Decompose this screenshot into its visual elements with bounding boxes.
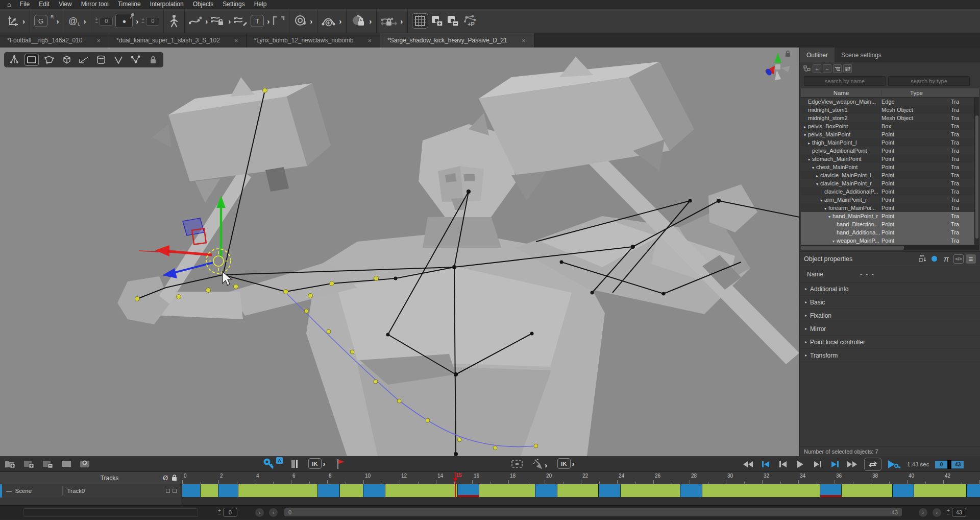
- track-mute-checkbox[interactable]: [166, 489, 170, 493]
- home-icon[interactable]: ⌂: [3, 1, 15, 8]
- lock-tracks-icon[interactable]: [172, 475, 177, 481]
- curves-edit-icon[interactable]: [234, 14, 248, 28]
- timeline-segment-green[interactable]: [914, 484, 967, 497]
- tree-expanded-icon[interactable]: ▾: [832, 239, 837, 244]
- tab-close-icon[interactable]: ×: [521, 37, 527, 44]
- add-point-graph-icon[interactable]: +P: [462, 14, 478, 28]
- timeline-segment-green[interactable]: [385, 484, 458, 497]
- 3d-viewport[interactable]: [0, 48, 799, 456]
- timeline-segment-green[interactable]: [557, 484, 599, 497]
- tolerance-value-right[interactable]: 0: [146, 17, 159, 26]
- go-to-end-button[interactable]: [829, 458, 841, 470]
- frame-stepper-left-value[interactable]: 0: [223, 508, 237, 517]
- menu-mirror-tool[interactable]: Mirror tool: [77, 1, 113, 8]
- outliner-row[interactable]: ▸clavicle_MainPoint_lPointTra: [801, 171, 979, 179]
- chevron-icon[interactable]: ›: [135, 17, 139, 26]
- document-tab[interactable]: *Football__rig5_146a2_010×: [0, 33, 109, 48]
- outliner-row[interactable]: midnight_stom1Mesh ObjectTra: [801, 106, 979, 114]
- frame-stepper-right[interactable]: +− 43: [947, 508, 966, 517]
- outliner-row[interactable]: ▸thigh_MainPoint_lPointTra: [801, 138, 979, 147]
- search-by-name-input[interactable]: [804, 76, 886, 86]
- view-orientation-gizmo[interactable]: [762, 51, 794, 83]
- add-track-icon[interactable]: [23, 458, 35, 470]
- tab-close-icon[interactable]: ×: [233, 37, 239, 44]
- chevron-icon[interactable]: ›: [338, 17, 342, 26]
- play-button[interactable]: [795, 458, 806, 470]
- lock-point-icon[interactable]: [351, 14, 366, 28]
- tree-expanded-icon[interactable]: ▾: [820, 198, 824, 203]
- code-view-icon[interactable]: </>: [953, 254, 964, 264]
- document-tab[interactable]: *dual_kama_super_1_slash_3_S_102×: [109, 33, 247, 48]
- chevron-icon[interactable]: ›: [205, 17, 208, 26]
- tree-expanded-icon[interactable]: ▾: [824, 206, 828, 211]
- hide-tracks-icon[interactable]: Ø: [163, 474, 168, 482]
- autokey-button[interactable]: A: [262, 457, 283, 470]
- section-fixation[interactable]: ▸Fixation: [800, 309, 980, 322]
- curves-lock-icon[interactable]: [211, 14, 225, 28]
- collapse-all-button[interactable]: −: [823, 64, 831, 73]
- selection-frame-icon[interactable]: [510, 459, 524, 471]
- chevron-icon[interactable]: ›: [56, 17, 60, 26]
- chevron-icon[interactable]: ›: [400, 17, 403, 26]
- interval-icon[interactable]: [61, 458, 72, 470]
- tab-outliner[interactable]: Outliner: [800, 48, 835, 62]
- outliner-row[interactable]: ▾forearm_MainPoi...PointTra: [801, 204, 979, 212]
- chevron-icon[interactable]: ›: [22, 17, 26, 26]
- chevron-icon[interactable]: ›: [266, 17, 270, 26]
- visibility-sphere-icon[interactable]: [929, 254, 939, 264]
- chevron-icon[interactable]: ›: [544, 461, 548, 469]
- timeline-segment-blue[interactable]: [820, 484, 842, 497]
- document-tab[interactable]: *Lynx_bomb_12_newclaws_nobomb×: [247, 33, 380, 48]
- ik-mode-button-2[interactable]: IK: [557, 458, 571, 469]
- outliner-row[interactable]: ▾stomach_MainPointPointTra: [801, 155, 979, 163]
- tree-expanded-icon[interactable]: ▾: [816, 182, 820, 186]
- ghost-grid-button[interactable]: [412, 13, 428, 29]
- outliner-row[interactable]: hand_Direction...PointTra: [801, 220, 979, 228]
- cube-tool[interactable]: [59, 54, 74, 66]
- interpolation-curve-icon[interactable]: [189, 14, 202, 28]
- scroll-right-button[interactable]: ›: [919, 508, 927, 517]
- cone-tool[interactable]: [111, 54, 126, 66]
- chevron-icon[interactable]: ›: [572, 459, 575, 468]
- column-type[interactable]: Type: [881, 90, 951, 96]
- tree-collapsed-icon[interactable]: ▸: [816, 174, 820, 178]
- timeline-segment-green[interactable]: [201, 484, 219, 497]
- timeline-segment-blue[interactable]: [535, 484, 557, 497]
- menu-view[interactable]: View: [54, 1, 77, 8]
- loop-toggle[interactable]: [864, 458, 881, 471]
- tolerance-stepper-right[interactable]: +− 0: [141, 17, 159, 26]
- playhead[interactable]: 15: [455, 472, 456, 498]
- section-mirror[interactable]: ▸Mirror: [800, 322, 980, 336]
- camera-rotate-icon[interactable]: [293, 14, 307, 28]
- timeline-segment-blue[interactable]: [967, 484, 980, 497]
- outliner-row[interactable]: midnight_stom2Mesh ObjectTra: [801, 114, 979, 122]
- tree-expanded-icon[interactable]: ▾: [812, 166, 816, 170]
- tree-collapsed-icon[interactable]: ▸: [804, 125, 808, 129]
- timeline-segment-green[interactable]: [621, 484, 680, 497]
- timeline-segment-blue[interactable]: [893, 484, 915, 497]
- expression-pi-icon[interactable]: π: [941, 254, 951, 264]
- tree-expanded-icon[interactable]: ▾: [808, 157, 812, 162]
- character-icon[interactable]: [168, 14, 180, 28]
- next-frame-button[interactable]: [812, 458, 823, 470]
- sync-selection-button[interactable]: [843, 64, 852, 73]
- snap-tool-icon[interactable]: [533, 458, 543, 471]
- go-to-start-button[interactable]: [760, 458, 771, 470]
- track-row-header[interactable]: — Scene Track0: [0, 484, 181, 498]
- pivot-spiral-icon[interactable]: @L: [68, 14, 81, 28]
- name-value[interactable]: - - -: [860, 271, 875, 278]
- transform-tool-icon[interactable]: [7, 14, 19, 28]
- timeline-segment-blue[interactable]: [363, 484, 385, 497]
- scroll-right-button-2[interactable]: ›: [933, 508, 941, 517]
- chevron-icon[interactable]: ›: [83, 17, 87, 26]
- play-with-key-button[interactable]: [888, 458, 901, 470]
- timeline-segment-blue[interactable]: [680, 484, 702, 497]
- outliner-row[interactable]: ▾weapon_MainP...PointTra: [801, 237, 979, 245]
- node-select-tool[interactable]: [7, 54, 21, 66]
- range-end-box[interactable]: 43: [951, 461, 964, 468]
- link-tool[interactable]: [129, 54, 143, 66]
- text-tool-button[interactable]: T: [251, 15, 264, 27]
- add-keypoint-icon[interactable]: [322, 14, 336, 28]
- search-by-type-input[interactable]: [888, 76, 970, 86]
- timeline-segment-green[interactable]: [702, 484, 820, 497]
